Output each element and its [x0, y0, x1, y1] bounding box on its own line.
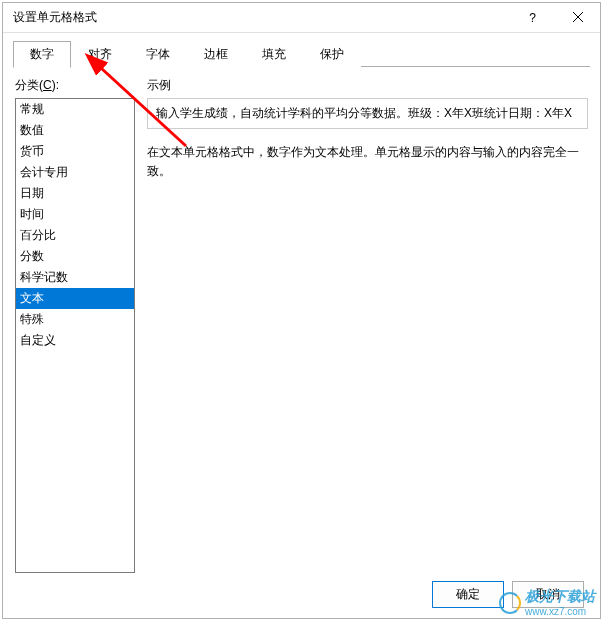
cancel-button[interactable]: 取消: [512, 581, 584, 608]
category-panel: 分类(C): 常规数值货币会计专用日期时间百分比分数科学记数文本特殊自定义: [15, 77, 135, 573]
category-item[interactable]: 特殊: [16, 309, 134, 330]
titlebar: 设置单元格格式 ?: [3, 3, 600, 33]
category-item[interactable]: 科学记数: [16, 267, 134, 288]
dialog-title: 设置单元格格式: [13, 9, 510, 26]
tab-2[interactable]: 字体: [129, 41, 187, 67]
category-item[interactable]: 数值: [16, 120, 134, 141]
sample-section: 示例 输入学生成绩，自动统计学科的平均分等数据。班级：X年X班统计日期：X年X: [147, 77, 588, 129]
right-panel: 示例 输入学生成绩，自动统计学科的平均分等数据。班级：X年X班统计日期：X年X …: [147, 77, 588, 573]
tab-5[interactable]: 保护: [303, 41, 361, 67]
category-item[interactable]: 时间: [16, 204, 134, 225]
tab-1[interactable]: 对齐: [71, 41, 129, 67]
category-item[interactable]: 日期: [16, 183, 134, 204]
format-cells-dialog: 设置单元格格式 ? 数字对齐字体边框填充保护 分类(C): 常规数值货币会计专用…: [2, 2, 601, 619]
category-item[interactable]: 会计专用: [16, 162, 134, 183]
tab-0[interactable]: 数字: [13, 41, 71, 68]
category-item[interactable]: 百分比: [16, 225, 134, 246]
help-button[interactable]: ?: [510, 3, 555, 33]
category-label-prefix: 分类(: [15, 78, 43, 92]
category-listbox[interactable]: 常规数值货币会计专用日期时间百分比分数科学记数文本特殊自定义: [15, 98, 135, 573]
category-item[interactable]: 货币: [16, 141, 134, 162]
question-icon: ?: [529, 11, 536, 25]
category-label-key: C: [43, 78, 52, 92]
category-item[interactable]: 自定义: [16, 330, 134, 351]
tab-4[interactable]: 填充: [245, 41, 303, 67]
ok-button[interactable]: 确定: [432, 581, 504, 608]
tab-3[interactable]: 边框: [187, 41, 245, 67]
category-item[interactable]: 文本: [16, 288, 134, 309]
category-item[interactable]: 分数: [16, 246, 134, 267]
button-bar: 确定 取消: [432, 581, 584, 608]
tab-content: 分类(C): 常规数值货币会计专用日期时间百分比分数科学记数文本特殊自定义 示例…: [3, 67, 600, 583]
description-text: 在文本单元格格式中，数字作为文本处理。单元格显示的内容与输入的内容完全一致。: [147, 143, 588, 181]
category-label-suffix: ):: [52, 78, 59, 92]
close-button[interactable]: [555, 3, 600, 33]
close-icon: [573, 11, 583, 25]
sample-value: 输入学生成绩，自动统计学科的平均分等数据。班级：X年X班统计日期：X年X: [147, 98, 588, 129]
category-item[interactable]: 常规: [16, 99, 134, 120]
sample-label: 示例: [147, 77, 588, 94]
category-label: 分类(C):: [15, 77, 135, 94]
tab-strip: 数字对齐字体边框填充保护: [3, 33, 600, 67]
